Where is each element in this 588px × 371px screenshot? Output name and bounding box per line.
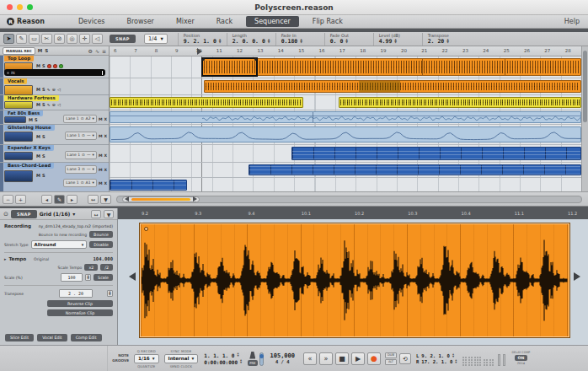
magnify-tool-icon[interactable]: ◎ [67,34,78,44]
lane-bass-chord-lead-1[interactable] [110,178,581,191]
monitor-on-icon[interactable] [59,64,63,68]
record-arm-icon[interactable]: ⊙ [82,166,85,173]
track-bass-chord-lead[interactable]: Bass-Chord-Lead M S Lane 3 ⊙ — ▾ MX [0,163,109,191]
solo-button[interactable]: S [35,117,38,122]
razor-tool-icon[interactable]: ✂ [41,34,52,44]
midi-clip-expander[interactable] [291,147,581,160]
mute-button[interactable]: M [36,63,40,68]
mute-button[interactable]: M [36,153,40,159]
right-locator-value[interactable]: 17. 2. 1. 0 [421,359,452,364]
scale-tempo-x2-button[interactable]: x2 [84,264,98,271]
tab-browser[interactable]: Browser [118,16,162,27]
monitor-icon[interactable]: ◁ [57,87,61,92]
transpose-input[interactable]: 2 . 20 [59,289,93,298]
lane-mute-button[interactable]: M [99,117,103,121]
editor-ruler[interactable]: 9.29.39.410.110.210.310.411.111.2 [118,208,588,219]
selected-clip-outline[interactable] [201,57,258,77]
minimize-window-icon[interactable] [17,4,23,10]
lane-delete-button[interactable]: X [104,168,107,172]
track-hardware-fortress[interactable]: Hardware Fortress M S ∿ ⊙ ◁ [0,95,109,110]
fade-in-handle[interactable] [202,58,205,61]
clip-right-handle[interactable] [574,272,580,281]
song-position-bars[interactable]: 1. 1. 1. 0 [204,352,234,358]
audio-clip-fat-80s[interactable] [110,111,581,123]
record-arm-icon[interactable]: ⊙ [81,180,84,186]
snap-button[interactable]: SNAP [110,35,136,43]
fit-horizontal-icon[interactable]: ↔ [88,195,99,204]
length-field[interactable]: Length 2. 0. 0. 0▲▼ [227,33,275,46]
scale-percent-input[interactable]: 100 [61,273,83,282]
lane-top-loop[interactable] [110,56,581,78]
fade-in-field[interactable]: Fade In 0.180▲▼ [275,33,324,46]
pre-count-button[interactable]: PRE [248,360,257,366]
track-name[interactable]: Glistening House [4,125,55,131]
clip-anchor-icon[interactable] [144,227,148,231]
device-thumbnail[interactable] [4,116,26,123]
hand-tool-icon[interactable]: ✛ [79,34,90,44]
left-locator-value[interactable]: 9. 2. 1. 0 [421,353,450,358]
track-top-loop[interactable]: Top Loop M S IN [0,56,109,78]
lane-hardware-fortress[interactable] [110,95,581,110]
mute-button[interactable]: M [36,134,40,139]
stop-button[interactable]: ■ [335,352,349,365]
click-level-slider[interactable] [259,352,264,366]
play-button[interactable]: ▶ [351,352,365,365]
track-expander-x-keys[interactable]: Expander X Keys M S Lane 1 ⊙ — ▾ MX [0,145,109,163]
editor-snap-button[interactable]: SNAP [11,210,37,218]
stepper-icon[interactable]: ▲▼ [219,39,222,44]
lane-delete-button[interactable]: X [104,153,107,158]
record-arm-icon[interactable]: ⊙ [52,87,56,92]
waveform-edit-area[interactable]: 9.29.39.410.110.210.310.411.111.2 ✎ [118,208,588,345]
audio-clip-hardware-1[interactable] [110,97,303,108]
record-enable-icon[interactable] [47,64,51,68]
track-name[interactable]: Expander X Keys [4,145,54,151]
pointer-tool-icon[interactable]: ➤ [3,34,14,44]
mute-button[interactable]: M [36,173,40,178]
mute-button[interactable]: M [36,87,40,92]
midi-clip-bass-chord-1[interactable] [249,164,581,175]
stepper-icon[interactable]: ▲▼ [446,39,449,44]
record-arm-icon[interactable]: ⊙ [52,102,56,107]
lane-vocals[interactable] [110,78,581,95]
collapse-icon[interactable]: ▸ [4,256,7,261]
tab-comp-edit[interactable]: Comp Edit [71,334,102,341]
solo-button[interactable]: S [42,173,45,178]
scale-apply-button[interactable]: Scale [94,274,113,281]
horizontal-scrollbar[interactable] [116,196,582,203]
device-thumbnail[interactable] [4,152,33,160]
lane-routing-select[interactable]: Lane 3 ⊙ — ▾ [65,165,97,174]
close-window-icon[interactable] [7,4,13,10]
song-position-time[interactable]: 0:00:00:000 [204,359,238,365]
quantize-grid-select[interactable]: 1/16▾ [134,354,159,363]
stretch-type-select[interactable]: Allround▾ [31,240,88,249]
quantize-button[interactable]: QUANTIZE [137,364,155,368]
mute-button[interactable]: M [29,117,33,122]
lane-fat-80s-bass[interactable] [110,110,581,125]
track-name[interactable]: Bass-Chord-Lead [4,163,54,169]
lane-routing-select[interactable]: Lane 1 ⊙ — ▾ [65,132,97,140]
level-field[interactable]: Level (dB) 4.99▲▼ [373,33,422,46]
position-field[interactable]: Position 9. 2. 1. 0▲▼ [178,33,227,46]
target-icon[interactable]: ⊙ [3,211,8,218]
audio-input-meter[interactable]: IN [4,69,105,76]
record-arm-icon[interactable] [53,64,57,68]
tab-mixer[interactable]: Mixer [168,16,203,27]
pencil-tool-icon[interactable]: ✎ [16,34,27,44]
lane-mute-button[interactable]: M [99,181,103,186]
time-signature[interactable]: 4 / 4 [270,359,296,364]
zoom-handle-left-icon[interactable] [125,196,129,202]
lane-routing-select[interactable]: Lane 1 ⊙ A1 ▾ [63,179,97,187]
marker-icon[interactable]: ▼ [104,210,114,218]
audio-clip-top-loop[interactable] [202,58,581,76]
lane-delete-button[interactable]: X [104,117,107,121]
record-button[interactable]: ● [367,352,381,365]
audio-clip-waveform[interactable] [139,223,570,338]
stepper-icon[interactable]: ▲▼ [240,359,242,364]
tab-slice-edit[interactable]: Slice Edit [5,334,34,341]
eraser-tool-icon[interactable]: ▭ [29,34,40,44]
horizontal-scrollbar-thumb[interactable] [122,196,200,202]
stretch-disable-button[interactable]: Disable [89,241,113,248]
scroll-left-icon[interactable]: ◂ [41,195,52,204]
lane-bass-chord-lead-3[interactable] [110,163,581,178]
automation-icon[interactable]: ∿ [95,48,99,54]
